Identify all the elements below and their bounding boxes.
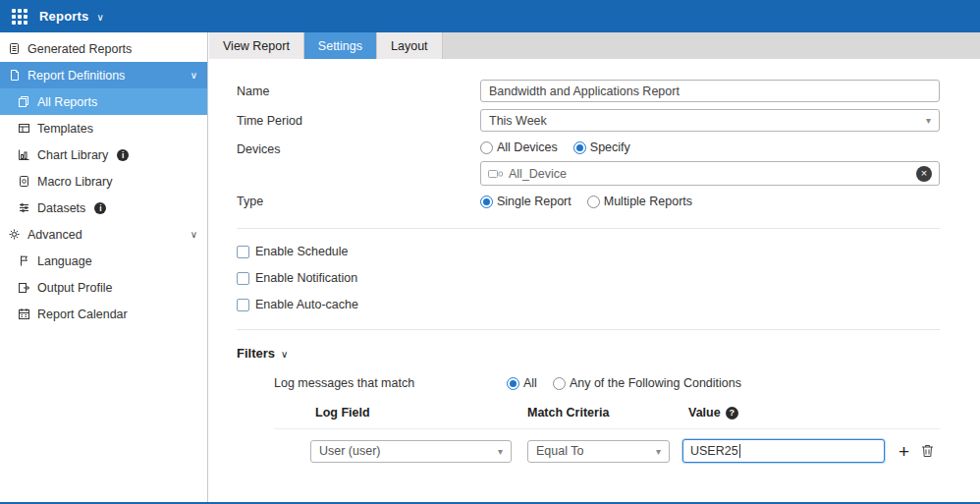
info-icon[interactable]: i: [94, 202, 106, 214]
sidebar-item-output-profile[interactable]: Output Profile: [0, 274, 207, 301]
sidebar-item-label: Chart Library: [37, 148, 108, 162]
section-divider: [237, 329, 940, 330]
help-icon[interactable]: ?: [726, 407, 738, 420]
sidebar-item-label: Language: [37, 254, 92, 268]
templates-icon: [18, 122, 30, 135]
checkbox-label: Enable Notification: [255, 271, 357, 285]
filter-value-text: USER25: [690, 444, 738, 458]
column-value: Value ?: [682, 406, 738, 420]
sidebar-item-label: Macro Library: [37, 175, 112, 189]
filters-header[interactable]: Filters ∨: [237, 346, 940, 361]
output-profile-icon: [18, 281, 30, 294]
sidebar-item-all-reports[interactable]: All Reports: [0, 88, 207, 115]
chevron-down-icon: ∨: [191, 70, 197, 81]
radio-label: All Devices: [497, 140, 558, 154]
radio-label: Single Report: [497, 195, 572, 208]
devices-label: Devices: [237, 139, 480, 156]
radio-label: Multiple Reports: [604, 195, 692, 208]
enable-schedule-checkbox[interactable]: Enable Schedule: [237, 245, 940, 258]
trash-icon: [921, 444, 934, 458]
sidebar-item-report-calendar[interactable]: Report Calendar: [0, 301, 207, 327]
radio-any-conditions[interactable]: Any of the Following Conditions: [553, 376, 741, 390]
filter-value-input[interactable]: USER25: [682, 439, 885, 463]
radio-specify[interactable]: Specify: [573, 140, 630, 154]
radio-single-report[interactable]: Single Report: [480, 195, 572, 208]
chevron-down-icon: ▾: [498, 446, 503, 457]
filter-table-header: Log Field Match Criteria Value ?: [310, 406, 940, 420]
tab-view-report[interactable]: View Report: [209, 32, 304, 59]
info-icon[interactable]: i: [117, 149, 129, 161]
sidebar-item-report-definitions[interactable]: Report Definitions ∨: [0, 62, 207, 88]
app-grid-icon[interactable]: [12, 9, 27, 25]
datasets-icon: [18, 201, 30, 214]
sidebar-item-label: Templates: [37, 122, 93, 136]
radio-icon: [573, 141, 586, 154]
radio-label: Any of the Following Conditions: [570, 376, 741, 390]
main-panel: View Report Settings Layout Name Time Pe…: [209, 32, 980, 504]
checkbox-icon: [237, 246, 249, 258]
sidebar-item-macro-library[interactable]: Macro Library: [0, 168, 207, 195]
sidebar-item-label: Report Calendar: [37, 308, 128, 321]
log-match-radio-group: All Any of the Following Conditions: [507, 374, 741, 392]
filter-table: Log Field Match Criteria Value ? User (u…: [310, 406, 940, 463]
sidebar-item-templates[interactable]: Templates: [0, 115, 207, 141]
radio-label: All: [523, 376, 537, 390]
add-filter-button[interactable]: +: [898, 442, 909, 461]
sidebar-item-label: Datasets: [37, 201, 85, 215]
report-definitions-icon: [8, 69, 21, 82]
name-input[interactable]: [480, 80, 940, 102]
language-flag-icon: [18, 254, 30, 267]
enable-notification-checkbox[interactable]: Enable Notification: [237, 271, 940, 285]
radio-icon: [553, 377, 566, 390]
radio-multiple-reports[interactable]: Multiple Reports: [587, 195, 692, 208]
match-criteria-select[interactable]: Equal To ▾: [527, 440, 670, 463]
select-value: This Week: [489, 114, 547, 128]
chevron-down-icon: ∨: [281, 349, 288, 360]
name-row: Name: [237, 80, 940, 102]
app-switcher[interactable]: Reports ∨: [39, 9, 104, 24]
tab-settings[interactable]: Settings: [304, 32, 377, 59]
radio-label: Specify: [590, 140, 630, 154]
filter-row: User (user) ▾ Equal To ▾ USER25 +: [310, 439, 940, 463]
select-value: Equal To: [536, 444, 583, 458]
sidebar-item-datasets[interactable]: Datasets i: [0, 195, 207, 221]
radio-all-devices[interactable]: All Devices: [480, 140, 558, 154]
calendar-icon: [18, 308, 30, 320]
radio-icon: [507, 377, 519, 390]
sidebar-item-chart-library[interactable]: Chart Library i: [0, 141, 207, 168]
tabbar: View Report Settings Layout: [209, 32, 980, 59]
devices-controls: All Devices Specify All_Device ×: [480, 139, 940, 186]
radio-icon: [480, 141, 493, 154]
sidebar-item-label: All Reports: [37, 95, 97, 109]
sidebar-item-generated-reports[interactable]: Generated Reports: [0, 35, 207, 62]
log-match-label: Log messages that match: [274, 376, 507, 390]
type-radio-group: Single Report Multiple Reports: [480, 193, 940, 210]
sidebar-item-language[interactable]: Language: [0, 248, 207, 274]
checkbox-label: Enable Auto-cache: [255, 298, 358, 311]
radio-all[interactable]: All: [507, 376, 537, 390]
sidebar: Generated Reports Report Definitions ∨ A…: [0, 32, 208, 504]
type-row: Type Single Report Multiple Reports: [237, 193, 940, 210]
chart-library-icon: [18, 148, 30, 161]
time-period-select[interactable]: This Week ▾: [480, 109, 940, 132]
chevron-down-icon: ∨: [191, 229, 197, 240]
sidebar-item-label: Generated Reports: [27, 42, 132, 56]
log-field-select[interactable]: User (user) ▾: [310, 440, 512, 463]
type-label: Type: [237, 195, 480, 208]
sidebar-item-label: Output Profile: [37, 281, 112, 295]
chevron-down-icon: ▾: [656, 446, 661, 457]
select-value: User (user): [319, 444, 381, 458]
device-tag-input[interactable]: All_Device ×: [480, 161, 940, 186]
name-label: Name: [237, 84, 480, 98]
delete-filter-button[interactable]: [921, 444, 934, 458]
time-period-row: Time Period This Week ▾: [237, 109, 940, 132]
filters-title-text: Filters: [237, 346, 275, 361]
tab-layout[interactable]: Layout: [377, 32, 443, 59]
time-period-label: Time Period: [237, 114, 480, 128]
checkbox-label: Enable Schedule: [255, 245, 349, 258]
enable-auto-cache-checkbox[interactable]: Enable Auto-cache: [237, 298, 940, 311]
app-title: Reports: [39, 9, 89, 24]
clear-icon[interactable]: ×: [916, 166, 932, 182]
device-icon: [488, 169, 503, 179]
sidebar-item-advanced[interactable]: Advanced ∨: [0, 221, 207, 248]
